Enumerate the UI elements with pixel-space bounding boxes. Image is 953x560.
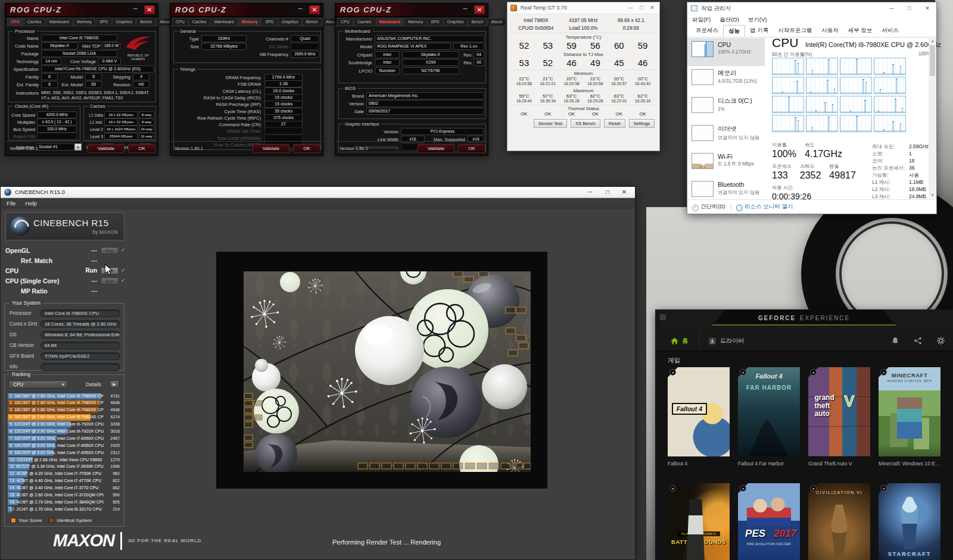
ranking-filter-dropdown[interactable]: CPU — [8, 380, 68, 389]
run-button[interactable]: Run — [101, 277, 119, 284]
check-icon[interactable]: ✓ — [121, 277, 126, 283]
close-button[interactable]: ✕ — [309, 5, 320, 14]
scroll-up-arrow[interactable]: ▲ — [929, 38, 936, 45]
ranking-row[interactable]: 8. 10C/20T @ 3.01 GHz, Intel Core i7-695… — [8, 442, 121, 449]
ranking-row[interactable]: 16. 4C/8T @ 2.79 GHz, Intel Core i7-3840… — [8, 499, 121, 506]
sidebar-item[interactable]: 이더넷 연결되어 있지 않음 — [687, 122, 765, 150]
tab[interactable]: SPD — [261, 18, 277, 26]
tab[interactable]: Caches — [189, 18, 210, 26]
check-icon[interactable]: ✓ — [121, 247, 126, 253]
tab[interactable]: Caches — [354, 18, 375, 26]
menu-item[interactable]: 옵션(O) — [720, 16, 739, 24]
validate-button[interactable]: Validate — [418, 144, 454, 153]
game-cover[interactable]: ● MINECRAFTWINDOWS 10 EDITION, BETA — [879, 367, 940, 456]
menu-item[interactable]: 파일(F) — [692, 16, 711, 24]
ok-button[interactable]: OK — [293, 144, 320, 153]
close-button[interactable]: ✕ — [918, 2, 936, 15]
realtemp-button[interactable]: Sensor Test — [534, 119, 567, 128]
tab[interactable]: 성능 — [723, 25, 745, 37]
sidebar-item[interactable]: Wi-Fi S: 1.6 R: 0 Mbps — [687, 150, 765, 178]
settings-gear-icon[interactable] — [937, 337, 945, 345]
tab[interactable]: Bench — [136, 18, 155, 26]
game-cover[interactable]: ● Fallout 4FAR HARBOR — [738, 367, 800, 456]
close-button[interactable]: ✕ — [647, 5, 657, 11]
maximize-button[interactable]: □ — [599, 187, 616, 198]
ok-button[interactable]: OK — [128, 144, 155, 153]
tab[interactable]: SPD — [96, 18, 111, 26]
title-bar[interactable]: 작업 관리자 ─ □ ✕ — [687, 2, 936, 15]
close-button[interactable]: ✕ — [616, 187, 633, 198]
sidebar-item[interactable]: CPU 100% 4.17GHz — [687, 38, 765, 66]
tab[interactable]: 세부 정보 — [843, 25, 877, 37]
minimize-button[interactable]: ─ — [130, 5, 140, 14]
realtemp-button[interactable]: XS Bench — [571, 119, 600, 128]
tab[interactable]: 프로세스 — [691, 25, 723, 37]
ranking-row[interactable]: 13. 4C/8T @ 4.40 GHz, Intel Core i7-4770… — [8, 478, 121, 485]
tab[interactable]: Graphics — [112, 18, 136, 26]
tab[interactable]: Bench — [468, 18, 487, 26]
ranking-row[interactable]: 9. 10C/20T @ 3.01 GHz, Intel Core i7-695… — [8, 449, 121, 456]
sidebar-item[interactable]: Bluetooth 연결되어 있지 않음 — [687, 178, 765, 199]
ranking-row[interactable]: 5. 12C/24T @ 2.91 GHz, Intel Core i9-792… — [8, 421, 121, 428]
title-bar[interactable]: ROG CPU-Z ─ ✕ — [5, 4, 158, 17]
minimize-button[interactable]: ─ — [295, 5, 305, 14]
tab[interactable]: Graphics — [444, 18, 468, 26]
tab[interactable]: Memory — [404, 18, 426, 26]
title-bar[interactable]: ROG CPU-Z ─ ✕ — [335, 4, 488, 17]
game-tile[interactable]: ● CIVILIZATION VI — [808, 483, 870, 560]
game-cover[interactable]: ● Fallout 4 — [668, 367, 730, 456]
ranking-row[interactable]: 4. 18C/36T @ 2.60 GHz, Intel Core i9-798… — [8, 414, 121, 421]
minimize-button[interactable]: ─ — [460, 5, 470, 14]
tab[interactable]: Caches — [24, 18, 45, 26]
notifications-bell-icon[interactable] — [892, 337, 899, 345]
scroll-down-arrow[interactable]: ▼ — [929, 192, 936, 199]
game-cover[interactable]: ● STARCRAFTII — [879, 483, 940, 560]
menu-item[interactable]: File — [7, 200, 15, 207]
ranking-row[interactable]: 15. 4C/8T @ 2.60 GHz, Intel Core i7-3720… — [8, 492, 121, 499]
tab[interactable]: 앱 기록 — [745, 25, 773, 37]
details-button[interactable]: ▶ — [110, 380, 119, 388]
tab[interactable]: Mainboard — [376, 18, 404, 26]
game-cover[interactable]: ● grandtheftautoV — [808, 367, 870, 456]
ranking-row[interactable]: 10. 12C/24T @ 2.66 GHz, Intel Xeon CPU X… — [8, 456, 121, 464]
title-bar[interactable]: GEFORCE EXPERIENCE — [655, 309, 953, 331]
game-tile[interactable]: ● STARCRAFTII — [879, 483, 940, 560]
scrollbar[interactable]: ▲ ▼ — [929, 38, 936, 199]
title-bar[interactable]: Real Temp GT 3.70 ─ □ ✕ — [507, 2, 659, 14]
ranking-row[interactable]: 3. 18C/36T @ 2.60 GHz, Intel Core i9-798… — [8, 407, 121, 414]
validate-button[interactable]: Validate — [88, 144, 124, 153]
ranking-row[interactable]: 6. 12C/24T @ 2.91 GHz, Intel Core i9-792… — [8, 428, 121, 435]
menu-item[interactable]: 보기(V) — [748, 16, 767, 24]
ranking-row[interactable]: 17. 2C/4T @ 1.70 GHz, Intel Core i5-3317… — [8, 506, 121, 513]
game-cover[interactable]: ● CIVILIZATION VI — [808, 483, 870, 560]
ranking-row[interactable]: 2. 18C/36T @ 2.60 GHz, Intel Core i9-798… — [8, 400, 121, 407]
resource-monitor-link[interactable]: ◔리소스 모니터 열기 — [736, 203, 793, 211]
maximize-button[interactable]: □ — [901, 2, 918, 15]
nav-home[interactable]: 홈 — [655, 331, 699, 351]
tab[interactable]: 사용자 — [817, 25, 843, 37]
close-button[interactable]: ✕ — [144, 5, 155, 14]
tab[interactable]: 시작프로그램 — [773, 25, 817, 37]
menu-item[interactable]: Help — [25, 200, 37, 207]
simple-view-toggle[interactable]: ⌃간단히(D) — [692, 203, 725, 211]
title-bar[interactable]: CINEBENCH R15.0 ─ □ ✕ — [1, 187, 635, 198]
tab[interactable]: Mainboard — [211, 18, 238, 26]
check-icon[interactable]: ✓ — [121, 267, 126, 273]
realtemp-button[interactable]: Reset — [604, 119, 625, 128]
tab[interactable]: Memory — [73, 18, 95, 26]
game-tile[interactable]: ● Fallout 4 Fallout 4 — [668, 367, 730, 467]
game-tile[interactable]: ● PLAYERUNKNOWN'SBATTLEGROUNDS — [668, 483, 730, 560]
sidebar-item[interactable]: 디스크 0(C:) 1% — [687, 94, 765, 122]
tab[interactable]: About — [487, 18, 505, 26]
game-tile[interactable]: ● grandtheftautoV Grand Theft Auto V — [808, 367, 870, 467]
ranking-row[interactable]: 12. 4C/8T @ 4.20 GHz, Intel Core i7-7700… — [8, 471, 121, 478]
realtemp-button[interactable]: Settings — [629, 119, 655, 128]
scrollbar-thumb[interactable] — [930, 45, 935, 76]
game-cover[interactable]: ● PLAYERUNKNOWN'SBATTLEGROUNDS — [668, 483, 730, 560]
ranking-row[interactable]: 1. 18C/36T @ 2.60 GHz, Intel Core i9-798… — [8, 393, 121, 400]
tab[interactable]: Mainboard — [46, 18, 73, 26]
tab[interactable]: CPU — [337, 18, 353, 26]
tab[interactable]: Memory — [238, 18, 261, 26]
ranking-row[interactable]: 14. 4C/8T @ 3.40 GHz, Intel Core i7-3770… — [8, 485, 121, 492]
title-bar[interactable]: ROG CPU-Z ─ ✕ — [170, 4, 323, 17]
